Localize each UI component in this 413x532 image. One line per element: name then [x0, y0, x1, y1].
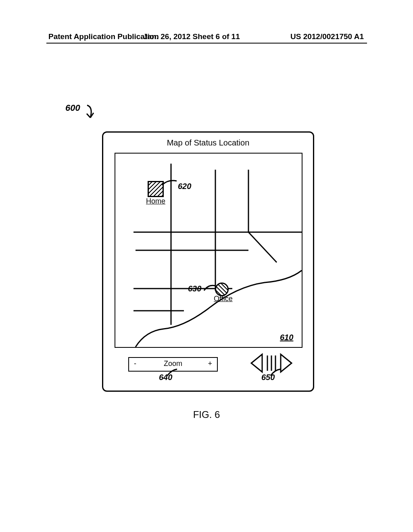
ref-640: 640: [159, 373, 172, 382]
leader-630-icon: [203, 283, 216, 292]
header-rule: [46, 43, 367, 44]
svg-line-7: [248, 232, 277, 262]
ref-620: 620: [178, 182, 191, 191]
ref-600: 600: [65, 103, 80, 113]
home-label: Home: [146, 197, 165, 206]
header-right: US 2012/0021750 A1: [290, 32, 364, 41]
office-label: Office: [214, 295, 233, 303]
header-center: Jan. 26, 2012 Sheet 6 of 11: [143, 32, 240, 41]
map-title: Map of Status Location: [103, 138, 313, 148]
pan-right-icon[interactable]: [281, 354, 292, 372]
ref-650: 650: [261, 373, 275, 382]
leader-620-icon: [160, 177, 179, 187]
ref-630: 630: [188, 284, 201, 293]
arrow-600-icon: [83, 104, 99, 124]
header-left: Patent Application Publication: [48, 32, 159, 41]
device-frame: Map of Status Location Home 620 Office: [102, 131, 314, 392]
ref-610: 610: [280, 333, 293, 342]
map-area[interactable]: Home 620 Office 630 610: [115, 153, 302, 348]
zoom-label: Zoom: [129, 360, 217, 368]
figure-caption: FIG. 6: [0, 409, 413, 420]
pan-left-icon[interactable]: [251, 354, 262, 372]
map-grid-icon: [115, 154, 302, 347]
office-marker-icon[interactable]: [215, 283, 229, 296]
zoom-in-button[interactable]: +: [208, 360, 212, 368]
